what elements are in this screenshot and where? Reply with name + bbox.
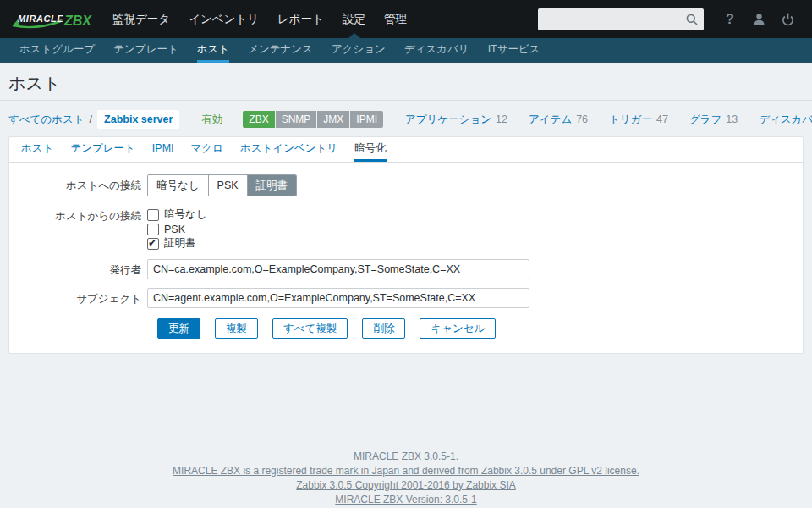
issuer-input[interactable] bbox=[147, 259, 529, 279]
page-footer: MIRACLE ZBX 3.0.5-1. MIRACLE ZBX is a re… bbox=[0, 450, 812, 507]
entity-items: アイテム 76 bbox=[529, 113, 588, 127]
no-encryption-checkbox-label: 暗号なし bbox=[164, 207, 207, 222]
certificate-checkbox[interactable] bbox=[147, 238, 159, 250]
triggers-link[interactable]: トリガー bbox=[609, 113, 652, 127]
encryption-form: ホストへの接続 暗号なし PSK 証明書 ホストからの接続 暗号なし PSK bbox=[9, 163, 803, 353]
connections-to-host-segmented: 暗号なし PSK 証明書 bbox=[147, 174, 297, 196]
entity-applications: アプリケーション 12 bbox=[405, 113, 508, 127]
main-menu: 監視データ インベントリ レポート 設定 管理 bbox=[103, 0, 416, 38]
graphs-link[interactable]: グラフ bbox=[689, 113, 721, 127]
breadcrumb-host-chip[interactable]: Zabbix server bbox=[97, 110, 179, 129]
no-encryption-checkbox[interactable] bbox=[147, 209, 159, 221]
logo-graphic: MIRACLE ZBX bbox=[10, 8, 96, 31]
footer-version-line: MIRACLE ZBX 3.0.5-1. bbox=[0, 450, 812, 464]
entity-triggers: トリガー 47 bbox=[609, 113, 668, 127]
segment-no-encryption[interactable]: 暗号なし bbox=[148, 175, 209, 196]
tab-host[interactable]: ホスト bbox=[21, 137, 53, 162]
search-icon[interactable] bbox=[685, 13, 699, 26]
form-actions: 更新 複製 すべて複製 削除 キャンセル bbox=[157, 318, 803, 339]
update-button[interactable]: 更新 bbox=[157, 318, 200, 339]
connections-from-host-options: 暗号なし PSK 証明書 bbox=[147, 205, 207, 251]
top-navigation-bar: MIRACLE ZBX 監視データ インベントリ レポート 設定 管理 ? bbox=[0, 0, 812, 38]
tab-ipmi[interactable]: IPMI bbox=[152, 137, 174, 162]
connections-from-host-label: ホストからの接続 bbox=[9, 205, 147, 251]
footer-zbx-version-link[interactable]: MIRACLE ZBX Version: 3.0.5-1 bbox=[0, 493, 812, 507]
tab-encryption[interactable]: 暗号化 bbox=[354, 137, 387, 162]
subnav-item-hosts[interactable]: ホスト bbox=[197, 38, 229, 63]
triggers-count: 47 bbox=[656, 113, 668, 125]
applications-link[interactable]: アプリケーション bbox=[405, 113, 491, 127]
footer-copyright-link[interactable]: Zabbix 3.0.5 Copyright 2001-2016 by Zabb… bbox=[0, 478, 812, 493]
badge-snmp: SNMP bbox=[276, 111, 317, 128]
host-edit-panel: ホスト テンプレート IPMI マクロ ホストインベントリ 暗号化 ホストへの接… bbox=[8, 136, 804, 354]
subject-label: サブジェクト bbox=[9, 288, 147, 308]
tab-host-inventory[interactable]: ホストインベントリ bbox=[240, 137, 337, 162]
items-count: 76 bbox=[576, 113, 588, 125]
page-title: ホスト bbox=[8, 72, 804, 95]
subnav-item-hostgroups[interactable]: ホストグループ bbox=[19, 38, 95, 63]
topbar-icons: ? bbox=[716, 0, 802, 38]
issuer-row: 発行者 bbox=[9, 259, 803, 279]
interface-availability-badges: ZBX SNMP JMX IPMI bbox=[243, 111, 384, 128]
certificate-checkbox-label: 証明書 bbox=[164, 236, 196, 251]
active-menu-notch bbox=[348, 33, 360, 38]
applications-count: 12 bbox=[496, 113, 508, 125]
psk-checkbox[interactable] bbox=[147, 224, 159, 235]
connections-from-host-row: ホストからの接続 暗号なし PSK 証明書 bbox=[9, 205, 803, 251]
connections-to-host-row: ホストへの接続 暗号なし PSK 証明書 bbox=[9, 174, 803, 196]
signout-icon[interactable] bbox=[773, 0, 802, 38]
entity-discovery-rules: ディスカバリルール 2 bbox=[759, 113, 812, 127]
logo-text-miracle: MIRACLE bbox=[18, 14, 63, 24]
subnav-item-actions[interactable]: アクション bbox=[332, 38, 386, 63]
check-item-no-encryption: 暗号なし bbox=[147, 207, 207, 222]
cancel-button[interactable]: キャンセル bbox=[420, 318, 496, 339]
tab-macros[interactable]: マクロ bbox=[191, 137, 223, 162]
user-icon[interactable] bbox=[744, 0, 773, 38]
check-item-psk: PSK bbox=[147, 222, 207, 236]
subnav-item-itservices[interactable]: ITサービス bbox=[488, 38, 540, 63]
menu-item-reports[interactable]: レポート bbox=[268, 0, 333, 38]
breadcrumb: すべてのホスト / Zabbix server 有効 ZBX SNMP JMX … bbox=[8, 109, 804, 130]
psk-checkbox-label: PSK bbox=[164, 224, 185, 235]
help-glyph: ? bbox=[726, 12, 734, 27]
delete-button[interactable]: 削除 bbox=[362, 318, 405, 339]
clone-button[interactable]: 複製 bbox=[215, 318, 258, 339]
subnav-item-maintenance[interactable]: メンテナンス bbox=[248, 38, 313, 63]
badge-zbx: ZBX bbox=[243, 111, 274, 128]
menu-item-configuration[interactable]: 設定 bbox=[333, 0, 375, 38]
miracle-zbx-logo[interactable]: MIRACLE ZBX bbox=[10, 8, 96, 31]
full-clone-button[interactable]: すべて複製 bbox=[272, 318, 348, 339]
configuration-subnav: ホストグループ テンプレート ホスト メンテナンス アクション ディスカバリ I… bbox=[0, 38, 812, 63]
search-input[interactable] bbox=[538, 8, 704, 30]
host-status-enabled[interactable]: 有効 bbox=[201, 113, 222, 127]
menu-item-inventory[interactable]: インベントリ bbox=[179, 0, 268, 38]
segment-psk[interactable]: PSK bbox=[209, 175, 248, 196]
badge-ipmi: IPMI bbox=[350, 111, 383, 128]
logo-text-zbx: ZBX bbox=[63, 14, 92, 28]
host-edit-tabs: ホスト テンプレート IPMI マクロ ホストインベントリ 暗号化 bbox=[9, 137, 803, 163]
segment-certificate[interactable]: 証明書 bbox=[248, 175, 297, 196]
entity-graphs: グラフ 13 bbox=[689, 113, 738, 127]
check-item-certificate: 証明書 bbox=[147, 236, 207, 251]
page-header: ホスト bbox=[0, 63, 812, 101]
help-icon[interactable]: ? bbox=[716, 0, 744, 38]
menu-item-configuration-label: 設定 bbox=[343, 13, 365, 25]
breadcrumb-all-hosts-link[interactable]: すべてのホスト bbox=[8, 113, 85, 127]
global-search bbox=[538, 8, 704, 30]
discovery-rules-link[interactable]: ディスカバリルール bbox=[759, 113, 812, 127]
menu-item-monitoring[interactable]: 監視データ bbox=[103, 0, 179, 38]
issuer-label: 発行者 bbox=[9, 259, 147, 279]
footer-trademark-link[interactable]: MIRACLE ZBX is a registered trade mark i… bbox=[0, 464, 812, 478]
badge-jmx: JMX bbox=[317, 111, 349, 128]
items-link[interactable]: アイテム bbox=[529, 113, 572, 127]
subnav-item-templates[interactable]: テンプレート bbox=[113, 38, 178, 63]
menu-item-administration[interactable]: 管理 bbox=[375, 0, 416, 38]
subject-row: サブジェクト bbox=[9, 288, 803, 308]
tab-templates[interactable]: テンプレート bbox=[70, 137, 134, 162]
subject-input[interactable] bbox=[147, 288, 529, 308]
connections-to-host-label: ホストへの接続 bbox=[9, 174, 147, 196]
graphs-count: 13 bbox=[726, 113, 738, 125]
breadcrumb-separator: / bbox=[90, 113, 92, 125]
subnav-item-discovery[interactable]: ディスカバリ bbox=[404, 38, 469, 63]
